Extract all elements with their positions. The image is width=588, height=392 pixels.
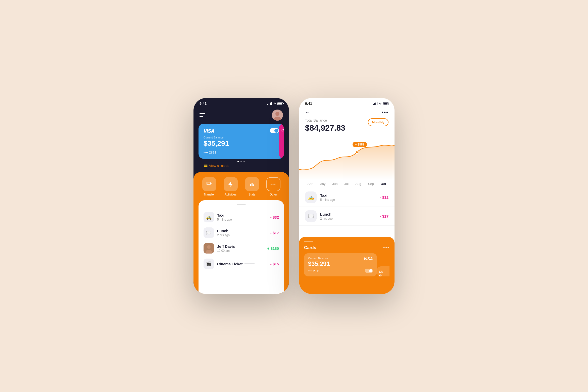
- status-icons-left: ∿: [267, 102, 283, 105]
- balance-section: Total Ballance $84,927.83 Monthly: [299, 118, 395, 133]
- month-aug: Aug: [355, 182, 361, 186]
- transfer-label: Transfer: [204, 193, 215, 196]
- month-jul: Jul: [345, 182, 349, 186]
- main-card[interactable]: VISA Current Balance $35,291 •••• 2811: [199, 124, 284, 159]
- card-label: Current Balance: [204, 136, 279, 139]
- other-icon: •••: [266, 177, 280, 191]
- jeff-amount: + $180: [267, 246, 279, 251]
- right-transactions: 🚕 Taxi 5 mins ago - $32 🍽️ Lunch 2 hrs a…: [299, 188, 395, 237]
- lunch-time: 2 hrs ago: [217, 233, 267, 237]
- dot-1: [237, 161, 239, 162]
- menu-dots[interactable]: •••: [382, 110, 388, 115]
- status-bar-left: 9:41 ∿: [193, 98, 289, 108]
- taxi-name: Taxi: [217, 213, 267, 217]
- cinema-name: Cinema Ticket: [217, 262, 267, 266]
- month-oct: Oct: [381, 182, 386, 186]
- chart-tooltip: + $582: [353, 142, 367, 147]
- cards-header: [304, 241, 389, 242]
- transaction-jeff[interactable]: Jeff Davis 10:00 am + $180: [199, 240, 284, 256]
- right-taxi-time: 5 mins ago: [320, 198, 376, 202]
- lunch-amount: - $17: [270, 231, 279, 235]
- month-apr: Apr: [308, 182, 313, 186]
- balance-chart: [299, 135, 395, 180]
- taxi-info: Taxi 5 mins ago: [217, 213, 267, 221]
- right-taxi-info: Taxi 5 mins ago: [320, 193, 376, 202]
- month-may: May: [319, 182, 326, 186]
- cards-handle: [304, 241, 313, 242]
- svg-rect-5: [250, 184, 251, 186]
- orange-card-toggle[interactable]: [365, 269, 373, 273]
- cinema-icon: 🎬: [204, 259, 214, 269]
- battery-icon-right: [383, 102, 388, 105]
- activities-icon: [224, 177, 238, 191]
- card-orange[interactable]: Current Balance VISA $35,291 •••• 2811: [304, 253, 377, 276]
- back-button[interactable]: ←: [305, 110, 310, 115]
- lunch-icon: 🍽️: [204, 227, 214, 238]
- svg-rect-3: [207, 182, 210, 185]
- right-taxi[interactable]: 🚕 Taxi 5 mins ago - $32: [299, 188, 395, 207]
- transaction-taxi[interactable]: 🚕 Taxi 5 mins ago - $32: [199, 209, 284, 225]
- right-lunch-name: Lunch: [320, 212, 376, 216]
- phone-right: 9:41 ∿ ← •••: [299, 98, 395, 294]
- svg-point-1: [275, 112, 279, 116]
- svg-point-9: [207, 245, 211, 249]
- cards-title-row: Cards •••: [304, 245, 389, 250]
- cinema-amount: - $15: [270, 262, 279, 266]
- orange-card-label: Current Balance: [308, 257, 373, 260]
- svg-rect-7: [253, 184, 254, 186]
- card-peek: Cu $: [279, 124, 284, 159]
- month-sep: Sep: [368, 182, 374, 186]
- dot-2: [240, 161, 242, 162]
- activities-label: Activities: [225, 193, 236, 196]
- right-taxi-amount: - $32: [380, 195, 388, 200]
- menu-button[interactable]: [200, 113, 205, 117]
- balance-header: Total Ballance $84,927.83 Monthly: [305, 118, 388, 133]
- cinema-info: Cinema Ticket: [217, 262, 267, 266]
- transaction-cinema[interactable]: 🎬 Cinema Ticket - $15: [199, 256, 284, 272]
- balance-info: Total Ballance $84,927.83: [305, 118, 345, 133]
- left-header: [193, 108, 289, 124]
- status-bar-right: 9:41 ∿: [299, 98, 395, 108]
- peek-card-right: Cu $ •••: [377, 266, 389, 276]
- time-right: 9:41: [305, 102, 312, 106]
- right-lunch-info: Lunch 2 hrs ago: [320, 212, 376, 220]
- jeff-info: Jeff Davis 10:00 am: [217, 244, 264, 253]
- monthly-badge[interactable]: Monthly: [368, 118, 388, 126]
- cards-carousel: Current Balance VISA $35,291 •••• 2811 C…: [304, 253, 389, 276]
- panel-handle: [237, 204, 246, 205]
- action-activities[interactable]: Activities: [224, 177, 238, 196]
- right-lunch[interactable]: 🍽️ Lunch 2 hrs ago - $17: [299, 207, 395, 226]
- cards-section: VISA Current Balance $35,291 •••• 2811 C…: [193, 124, 289, 172]
- orange-card-number: •••• 2811: [308, 269, 373, 273]
- view-all-label: View all cards: [209, 164, 229, 168]
- peek-label: Cu: [281, 128, 284, 132]
- jeff-avatar: [204, 243, 214, 254]
- month-axis: Apr May Jun Jul Aug Sep Oct: [299, 180, 395, 188]
- cards-bottom: Cards ••• Current Balance VISA $35,291 •…: [299, 237, 395, 294]
- orange-card-balance: $35,291: [308, 260, 373, 267]
- svg-rect-6: [252, 183, 253, 186]
- total-label: Total Ballance: [305, 118, 345, 122]
- total-amount: $84,927.83: [305, 123, 345, 133]
- dot-3: [243, 161, 245, 162]
- transaction-lunch[interactable]: 🍽️ Lunch 2 hrs ago - $17: [199, 225, 284, 240]
- stats-icon: [245, 177, 259, 191]
- lunch-info: Lunch 2 hrs ago: [217, 229, 267, 237]
- month-jun: Jun: [332, 182, 338, 186]
- cards-dots[interactable]: •••: [383, 245, 389, 250]
- right-lunch-amount: - $17: [380, 214, 388, 218]
- action-other[interactable]: ••• Other: [266, 177, 280, 196]
- view-all-cards[interactable]: 💳 View all cards: [199, 162, 284, 169]
- action-stats[interactable]: Stats: [245, 177, 259, 196]
- phones-container: 9:41 ∿: [193, 98, 395, 294]
- orange-section: Transfer Activities: [193, 172, 289, 294]
- phone-left: 9:41 ∿: [193, 98, 289, 294]
- jeff-name: Jeff Davis: [217, 244, 264, 249]
- toggle-switch[interactable]: [270, 128, 279, 133]
- battery-icon: [277, 102, 283, 105]
- chart-area: + $582: [299, 135, 395, 180]
- action-transfer[interactable]: Transfer: [202, 177, 216, 196]
- cards-title: Cards: [304, 245, 316, 250]
- right-lunch-icon: 🍽️: [305, 210, 317, 222]
- avatar[interactable]: [272, 110, 283, 121]
